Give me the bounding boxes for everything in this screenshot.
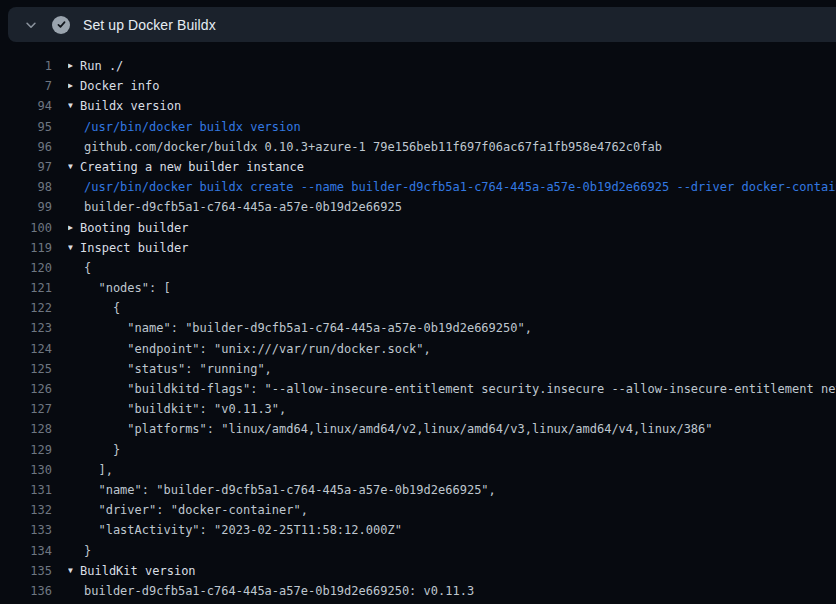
line-number[interactable]: 130 <box>0 460 52 480</box>
log-text: "name": "builder-d9cfb5a1-c764-445a-a57e… <box>68 480 836 500</box>
log-line: 96github.com/docker/buildx 0.10.3+azure-… <box>0 137 836 157</box>
triangle-down-icon[interactable]: ▼ <box>68 157 80 177</box>
log-text: { <box>68 258 836 278</box>
line-number[interactable]: 129 <box>0 440 52 460</box>
log-line: 98/usr/bin/docker buildx create --name b… <box>0 177 836 197</box>
log-command-text: /usr/bin/docker buildx version <box>68 117 836 137</box>
log-group-header[interactable]: ▼Creating a new builder instance <box>68 157 836 177</box>
log-text: "name": "builder-d9cfb5a1-c764-445a-a57e… <box>68 318 836 338</box>
group-title: Run ./ <box>80 56 123 76</box>
log-line: 127 "buildkit": "v0.11.3", <box>0 399 836 419</box>
triangle-right-icon[interactable]: ▶ <box>68 76 80 96</box>
log-line: 122 { <box>0 298 836 318</box>
log-line: 95/usr/bin/docker buildx version <box>0 117 836 137</box>
log-line: 97▼Creating a new builder instance <box>0 157 836 177</box>
line-number[interactable]: 94 <box>0 96 52 116</box>
log-text: ], <box>68 460 836 480</box>
triangle-down-icon[interactable]: ▼ <box>68 561 80 581</box>
line-number[interactable]: 127 <box>0 399 52 419</box>
line-number[interactable]: 96 <box>0 137 52 157</box>
log-text: "status": "running", <box>68 359 836 379</box>
group-title: Booting builder <box>80 218 188 238</box>
group-title: Docker info <box>80 76 159 96</box>
line-number[interactable]: 120 <box>0 258 52 278</box>
log-text: "platforms": "linux/amd64,linux/amd64/v2… <box>68 419 836 439</box>
chevron-down-icon[interactable] <box>23 17 39 33</box>
group-title: BuildKit version <box>80 561 196 581</box>
line-number[interactable]: 128 <box>0 419 52 439</box>
log-output: 1▶Run ./7▶Docker info94▼Buildx version95… <box>0 56 836 601</box>
group-title: Buildx version <box>80 96 181 116</box>
log-line: 130 ], <box>0 460 836 480</box>
line-number[interactable]: 7 <box>0 76 52 96</box>
status-check-icon <box>52 16 70 34</box>
step-title: Set up Docker Buildx <box>83 17 216 33</box>
line-number[interactable]: 124 <box>0 339 52 359</box>
log-line: 135▼BuildKit version <box>0 561 836 581</box>
line-number[interactable]: 132 <box>0 500 52 520</box>
log-line: 133 "lastActivity": "2023-02-25T11:58:12… <box>0 520 836 540</box>
line-number[interactable]: 123 <box>0 318 52 338</box>
line-number[interactable]: 1 <box>0 56 52 76</box>
triangle-down-icon[interactable]: ▼ <box>68 96 80 116</box>
log-line: 136builder-d9cfb5a1-c764-445a-a57e-0b19d… <box>0 581 836 601</box>
log-line: 7▶Docker info <box>0 76 836 96</box>
log-text: "buildkit": "v0.11.3", <box>68 399 836 419</box>
line-number[interactable]: 99 <box>0 197 52 217</box>
line-number[interactable]: 97 <box>0 157 52 177</box>
triangle-right-icon[interactable]: ▶ <box>68 56 80 76</box>
log-line: 123 "name": "builder-d9cfb5a1-c764-445a-… <box>0 318 836 338</box>
log-text: "driver": "docker-container", <box>68 500 836 520</box>
log-line: 94▼Buildx version <box>0 96 836 116</box>
log-text: "lastActivity": "2023-02-25T11:58:12.000… <box>68 520 836 540</box>
triangle-down-icon[interactable]: ▼ <box>68 238 80 258</box>
log-text: } <box>68 440 836 460</box>
line-number[interactable]: 100 <box>0 218 52 238</box>
line-number[interactable]: 125 <box>0 359 52 379</box>
log-line: 119▼Inspect builder <box>0 238 836 258</box>
line-number[interactable]: 126 <box>0 379 52 399</box>
log-line: 124 "endpoint": "unix:///var/run/docker.… <box>0 339 836 359</box>
line-number[interactable]: 131 <box>0 480 52 500</box>
log-line: 132 "driver": "docker-container", <box>0 500 836 520</box>
log-line: 125 "status": "running", <box>0 359 836 379</box>
line-number[interactable]: 135 <box>0 561 52 581</box>
line-number[interactable]: 122 <box>0 298 52 318</box>
log-text: "nodes": [ <box>68 278 836 298</box>
group-title: Inspect builder <box>80 238 188 258</box>
log-group-header[interactable]: ▶Run ./ <box>68 56 836 76</box>
log-line: 100▶Booting builder <box>0 218 836 238</box>
line-number[interactable]: 95 <box>0 117 52 137</box>
log-group-header[interactable]: ▼BuildKit version <box>68 561 836 581</box>
log-text: "buildkitd-flags": "--allow-insecure-ent… <box>68 379 836 399</box>
log-line: 121 "nodes": [ <box>0 278 836 298</box>
log-line: 131 "name": "builder-d9cfb5a1-c764-445a-… <box>0 480 836 500</box>
log-line: 129 } <box>0 440 836 460</box>
log-text: builder-d9cfb5a1-c764-445a-a57e-0b19d2e6… <box>68 197 836 217</box>
log-line: 1▶Run ./ <box>0 56 836 76</box>
log-group-header[interactable]: ▼Buildx version <box>68 96 836 116</box>
log-text: builder-d9cfb5a1-c764-445a-a57e-0b19d2e6… <box>68 581 836 601</box>
line-number[interactable]: 134 <box>0 541 52 561</box>
line-number[interactable]: 121 <box>0 278 52 298</box>
log-text: { <box>68 298 836 318</box>
line-number[interactable]: 119 <box>0 238 52 258</box>
log-line: 99builder-d9cfb5a1-c764-445a-a57e-0b19d2… <box>0 197 836 217</box>
line-number[interactable]: 98 <box>0 177 52 197</box>
log-group-header[interactable]: ▶Booting builder <box>68 218 836 238</box>
log-line: 134} <box>0 541 836 561</box>
step-header[interactable]: Set up Docker Buildx <box>8 7 836 42</box>
log-command-text: /usr/bin/docker buildx create --name bui… <box>68 177 836 197</box>
log-text: } <box>68 541 836 561</box>
log-line: 128 "platforms": "linux/amd64,linux/amd6… <box>0 419 836 439</box>
log-text: github.com/docker/buildx 0.10.3+azure-1 … <box>68 137 836 157</box>
log-group-header[interactable]: ▼Inspect builder <box>68 238 836 258</box>
line-number[interactable]: 136 <box>0 581 52 601</box>
log-text: "endpoint": "unix:///var/run/docker.sock… <box>68 339 836 359</box>
log-line: 126 "buildkitd-flags": "--allow-insecure… <box>0 379 836 399</box>
group-title: Creating a new builder instance <box>80 157 304 177</box>
log-line: 120{ <box>0 258 836 278</box>
triangle-right-icon[interactable]: ▶ <box>68 218 80 238</box>
log-group-header[interactable]: ▶Docker info <box>68 76 836 96</box>
line-number[interactable]: 133 <box>0 520 52 540</box>
